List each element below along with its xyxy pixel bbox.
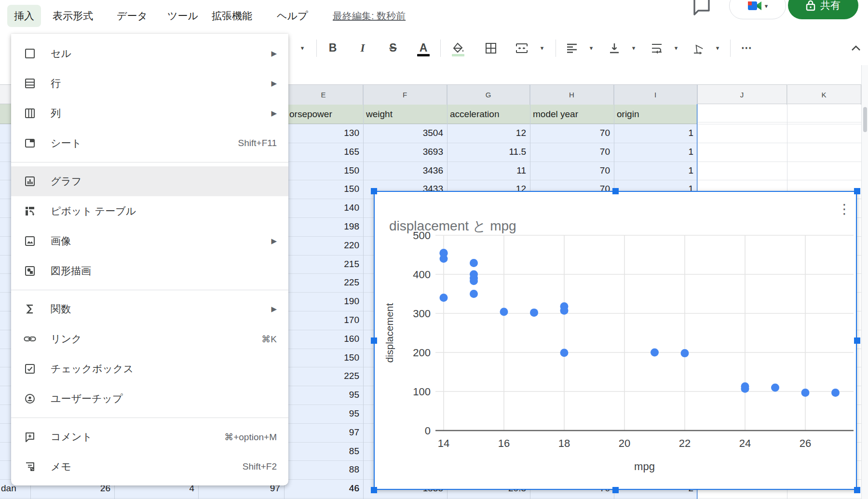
cell-E12[interactable]: 170 <box>287 311 359 329</box>
text-wrap-icon[interactable] <box>646 31 667 65</box>
insert-menu-item-4[interactable]: シートShift+F11 <box>11 128 288 158</box>
cell-E21[interactable]: 46 <box>287 479 359 498</box>
vertical-scrollbar-thumb[interactable] <box>863 107 867 132</box>
cell-E4[interactable]: 150 <box>287 162 359 180</box>
field-header-cell[interactable]: orsepower <box>289 104 362 124</box>
chart-resize-handle[interactable] <box>854 188 860 194</box>
cell-E10[interactable]: 225 <box>287 273 359 292</box>
embedded-chart[interactable]: displacement と mpg ⋮ 0100200300400500141… <box>374 191 857 490</box>
cell-E17[interactable]: 95 <box>287 405 359 423</box>
column-header-H[interactable]: H <box>530 85 614 105</box>
text-color-icon[interactable]: A <box>413 31 434 65</box>
vertical-align-caret[interactable]: ▾ <box>628 31 639 65</box>
menubar-item-1[interactable]: 挿入 <box>7 5 41 27</box>
field-header-cell[interactable]: origin <box>617 104 693 124</box>
cell-G4[interactable]: 11 <box>450 162 526 180</box>
merge-cells-icon[interactable] <box>511 31 532 65</box>
cell-F2[interactable]: 3504 <box>366 124 443 142</box>
horizontal-align-icon[interactable] <box>561 31 583 65</box>
column-header-G[interactable]: G <box>447 85 530 105</box>
insert-menu-item-9[interactable]: 関数▶ <box>11 294 288 324</box>
column-header-F[interactable]: F <box>363 85 447 105</box>
text-rotation-caret[interactable]: ▾ <box>712 31 723 65</box>
chart-resize-handle[interactable] <box>854 487 860 493</box>
cell-I2[interactable]: 1 <box>617 124 693 142</box>
cell-E18[interactable]: 97 <box>287 423 359 442</box>
chart-resize-handle[interactable] <box>371 337 377 344</box>
cell-E20[interactable]: 88 <box>287 460 359 479</box>
insert-menu-item-6[interactable]: ピボット テーブル <box>11 196 288 226</box>
dropdown-caret[interactable]: ▾ <box>297 31 308 65</box>
insert-menu-item-12[interactable]: ユーザーチップ <box>11 384 288 414</box>
menubar-item-5[interactable]: 拡張機能 <box>205 5 259 27</box>
column-header-I[interactable]: I <box>614 85 697 105</box>
cell-E5[interactable]: 150 <box>287 180 359 198</box>
chart-resize-handle[interactable] <box>371 188 377 194</box>
insert-menu-item-11[interactable]: チェックボックス <box>11 354 288 384</box>
insert-menu-item-13[interactable]: コメント⌘+option+M <box>11 422 288 452</box>
cell-E9[interactable]: 215 <box>287 255 359 273</box>
chart-resize-handle[interactable] <box>371 487 377 493</box>
bold-icon[interactable]: B <box>322 31 343 65</box>
cell-H4[interactable]: 70 <box>533 162 610 180</box>
chart-resize-handle[interactable] <box>612 487 619 493</box>
cell-H2[interactable]: 70 <box>533 124 610 142</box>
cell-G2[interactable]: 12 <box>450 124 526 142</box>
cell-E19[interactable]: 85 <box>287 442 359 460</box>
field-header-cell[interactable]: model year <box>533 104 610 124</box>
cell-F3[interactable]: 3693 <box>366 143 443 161</box>
cell-I4[interactable]: 1 <box>617 162 693 180</box>
menubar-item-4[interactable]: ツール <box>161 5 205 27</box>
insert-menu-item-1[interactable]: セル▶ <box>11 39 288 68</box>
cell-E14[interactable]: 150 <box>287 349 359 367</box>
cell-E6[interactable]: 140 <box>287 199 359 217</box>
column-header-K[interactable]: K <box>787 85 861 105</box>
chart-resize-handle[interactable] <box>612 188 619 194</box>
fill-color-icon[interactable] <box>448 31 469 65</box>
insert-menu-item-8[interactable]: 図形描画 <box>11 256 288 286</box>
italic-icon[interactable]: I <box>352 31 373 65</box>
cell-E3[interactable]: 165 <box>287 143 359 161</box>
cell-E16[interactable]: 95 <box>287 386 359 404</box>
menubar-item-2[interactable]: 表示形式 <box>46 5 100 27</box>
menubar-item-3[interactable]: データ <box>110 5 154 27</box>
more-icon[interactable]: ⋯ <box>736 31 757 65</box>
cell-E15[interactable]: 225 <box>287 367 359 385</box>
borders-icon[interactable] <box>480 31 502 65</box>
text-rotation-icon[interactable] <box>688 31 709 65</box>
insert-menu-item-5[interactable]: グラフ <box>11 166 288 196</box>
vertical-scrollbar[interactable] <box>861 65 868 499</box>
collapse-toolbar-icon[interactable] <box>845 31 867 65</box>
cell-H3[interactable]: 70 <box>533 143 610 161</box>
cell-E13[interactable]: 160 <box>287 330 359 348</box>
chart-resize-handle[interactable] <box>854 337 860 344</box>
share-button[interactable]: 共有 <box>788 0 858 19</box>
meet-button[interactable]: ▾ <box>729 0 786 19</box>
column-header-E[interactable]: E <box>284 85 363 105</box>
insert-menu-item-10[interactable]: リンク⌘K <box>11 324 288 354</box>
merge-caret[interactable]: ▾ <box>537 31 547 65</box>
cell-I3[interactable]: 1 <box>617 143 693 161</box>
field-header-cell[interactable]: acceleration <box>450 104 526 124</box>
comment-history-button[interactable] <box>690 0 714 18</box>
horizontal-align-caret[interactable]: ▾ <box>586 31 597 65</box>
cell-E11[interactable]: 190 <box>287 292 359 310</box>
chart-options-icon[interactable]: ⋮ <box>838 202 851 216</box>
last-edit-link[interactable]: 最終編集: 数秒前 <box>333 5 406 27</box>
insert-menu-item-3[interactable]: 列▶ <box>11 98 288 128</box>
svg-text:14: 14 <box>438 437 449 449</box>
cell-E7[interactable]: 198 <box>287 217 359 236</box>
insert-menu-item-2[interactable]: 行▶ <box>11 68 288 98</box>
field-header-cell[interactable]: weight <box>366 104 443 124</box>
cell-E8[interactable]: 220 <box>287 236 359 255</box>
insert-menu-item-7[interactable]: 画像▶ <box>11 226 288 256</box>
cell-G3[interactable]: 11.5 <box>450 143 526 161</box>
cell-E2[interactable]: 130 <box>287 124 359 142</box>
text-wrap-caret[interactable]: ▾ <box>671 31 681 65</box>
vertical-align-icon[interactable] <box>604 31 625 65</box>
column-header-J[interactable]: J <box>697 85 787 105</box>
insert-menu-item-14[interactable]: メモShift+F2 <box>11 452 288 482</box>
menubar-item-6[interactable]: ヘルプ <box>270 5 314 27</box>
cell-F4[interactable]: 3436 <box>366 162 443 180</box>
strikethrough-icon[interactable]: S <box>382 31 404 65</box>
